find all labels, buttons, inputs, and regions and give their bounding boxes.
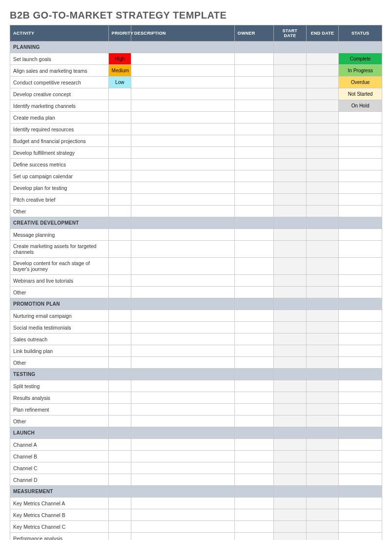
owner-cell[interactable] [234, 415, 274, 427]
startdate-cell[interactable] [274, 439, 307, 451]
description-cell[interactable] [131, 462, 234, 474]
activity-cell[interactable]: Plan refinement [10, 404, 109, 415]
description-cell[interactable] [131, 135, 234, 147]
enddate-cell[interactable] [306, 498, 339, 509]
enddate-cell[interactable] [306, 194, 339, 206]
status-cell[interactable] [339, 206, 382, 217]
description-cell[interactable] [131, 159, 234, 170]
priority-cell[interactable] [108, 333, 131, 345]
enddate-cell[interactable] [306, 439, 339, 451]
priority-cell[interactable] [108, 159, 131, 170]
description-cell[interactable] [131, 404, 234, 415]
startdate-cell[interactable] [274, 521, 307, 533]
activity-cell[interactable]: Channel D [10, 474, 109, 486]
activity-cell[interactable]: Split testing [10, 380, 109, 392]
enddate-cell[interactable] [306, 147, 339, 159]
enddate-cell[interactable] [306, 333, 339, 345]
description-cell[interactable] [131, 415, 234, 427]
description-cell[interactable] [131, 287, 234, 298]
startdate-cell[interactable] [274, 322, 307, 333]
startdate-cell[interactable] [274, 404, 307, 415]
activity-cell[interactable]: Other [10, 357, 109, 369]
owner-cell[interactable] [234, 88, 274, 100]
status-cell[interactable]: Not Started [339, 88, 382, 100]
priority-cell[interactable] [108, 170, 131, 182]
startdate-cell[interactable] [274, 451, 307, 462]
priority-cell[interactable] [108, 498, 131, 509]
status-cell[interactable] [339, 345, 382, 357]
priority-cell[interactable] [108, 509, 131, 521]
status-cell[interactable] [339, 310, 382, 322]
status-cell[interactable] [339, 194, 382, 206]
enddate-cell[interactable] [306, 65, 339, 77]
priority-cell[interactable] [108, 380, 131, 392]
description-cell[interactable] [131, 357, 234, 369]
startdate-cell[interactable] [274, 182, 307, 194]
status-cell[interactable] [339, 170, 382, 182]
priority-cell[interactable] [108, 451, 131, 462]
description-cell[interactable] [131, 65, 234, 77]
priority-cell[interactable] [108, 147, 131, 159]
priority-cell[interactable] [108, 275, 131, 287]
status-cell[interactable] [339, 147, 382, 159]
description-cell[interactable] [131, 241, 234, 258]
priority-cell[interactable] [108, 322, 131, 333]
startdate-cell[interactable] [274, 124, 307, 135]
enddate-cell[interactable] [306, 206, 339, 217]
owner-cell[interactable] [234, 498, 274, 509]
priority-cell[interactable]: Medium [108, 65, 131, 77]
activity-cell[interactable]: Message planning [10, 229, 109, 241]
owner-cell[interactable] [234, 182, 274, 194]
enddate-cell[interactable] [306, 229, 339, 241]
priority-cell[interactable] [108, 462, 131, 474]
owner-cell[interactable] [234, 241, 274, 258]
priority-cell[interactable] [108, 135, 131, 147]
owner-cell[interactable] [234, 357, 274, 369]
activity-cell[interactable]: Set launch goals [10, 53, 109, 65]
startdate-cell[interactable] [274, 287, 307, 298]
activity-cell[interactable]: Results analysis [10, 392, 109, 404]
owner-cell[interactable] [234, 135, 274, 147]
enddate-cell[interactable] [306, 322, 339, 333]
status-cell[interactable] [339, 182, 382, 194]
owner-cell[interactable] [234, 310, 274, 322]
startdate-cell[interactable] [274, 345, 307, 357]
enddate-cell[interactable] [306, 509, 339, 521]
enddate-cell[interactable] [306, 415, 339, 427]
status-cell[interactable] [339, 533, 382, 540]
activity-cell[interactable]: Performance analysis [10, 533, 109, 540]
status-cell[interactable] [339, 124, 382, 135]
enddate-cell[interactable] [306, 258, 339, 275]
startdate-cell[interactable] [274, 357, 307, 369]
priority-cell[interactable] [108, 194, 131, 206]
description-cell[interactable] [131, 170, 234, 182]
priority-cell[interactable] [108, 357, 131, 369]
priority-cell[interactable]: High [108, 53, 131, 65]
status-cell[interactable] [339, 241, 382, 258]
owner-cell[interactable] [234, 159, 274, 170]
startdate-cell[interactable] [274, 415, 307, 427]
startdate-cell[interactable] [274, 392, 307, 404]
startdate-cell[interactable] [274, 241, 307, 258]
status-cell[interactable] [339, 322, 382, 333]
enddate-cell[interactable] [306, 345, 339, 357]
description-cell[interactable] [131, 498, 234, 509]
description-cell[interactable] [131, 206, 234, 217]
enddate-cell[interactable] [306, 88, 339, 100]
owner-cell[interactable] [234, 77, 274, 88]
description-cell[interactable] [131, 88, 234, 100]
status-cell[interactable] [339, 112, 382, 124]
activity-cell[interactable]: Identify marketing channels [10, 100, 109, 112]
startdate-cell[interactable] [274, 77, 307, 88]
activity-cell[interactable]: Develop creative concept [10, 88, 109, 100]
enddate-cell[interactable] [306, 135, 339, 147]
activity-cell[interactable]: Create marketing assets for targeted cha… [10, 241, 109, 258]
owner-cell[interactable] [234, 345, 274, 357]
activity-cell[interactable]: Webinars and live tutorials [10, 275, 109, 287]
enddate-cell[interactable] [306, 53, 339, 65]
startdate-cell[interactable] [274, 194, 307, 206]
owner-cell[interactable] [234, 53, 274, 65]
enddate-cell[interactable] [306, 533, 339, 540]
status-cell[interactable] [339, 474, 382, 486]
startdate-cell[interactable] [274, 229, 307, 241]
